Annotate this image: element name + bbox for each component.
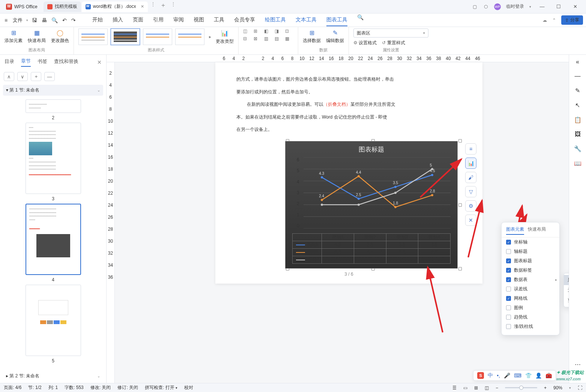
popup-tab-elements[interactable]: 图表元素 (506, 226, 524, 235)
chart-filter-icon[interactable]: ≡ (465, 143, 476, 155)
section-header-1[interactable]: ▾ 第 1 节: 未命名⌄ (3, 85, 103, 96)
clipboard-icon[interactable]: 📋 (574, 116, 581, 123)
section-header-2[interactable]: ▸ 第 2 节: 未命名⌄ (3, 371, 103, 381)
tab-member[interactable]: 会员专享 (234, 14, 255, 26)
status-proof[interactable]: 校对 (184, 384, 193, 391)
status-column[interactable]: 列: 1 (48, 384, 58, 391)
submenu-option[interactable]: 更多选项... (564, 295, 569, 305)
ime-toolbox-icon[interactable]: 🧰 (545, 372, 552, 378)
close-tab-icon[interactable]: ✕ (141, 4, 144, 9)
chart-style-4[interactable] (175, 29, 204, 45)
mini-icon[interactable]: ⊡ (285, 29, 293, 34)
ime-punct-icon[interactable]: •, (497, 372, 500, 378)
checkbox-icon[interactable] (506, 287, 511, 291)
chart-element-option[interactable]: 趋势线 (502, 312, 559, 322)
mini-icon[interactable]: ▤ (275, 36, 283, 41)
view-mode-icon[interactable]: ▭ (463, 385, 467, 390)
mini-icon[interactable]: ▦ (285, 36, 293, 41)
chart-element-option[interactable]: 图例 (502, 303, 559, 312)
image-icon[interactable]: 🖼 (575, 131, 581, 138)
checkbox-icon[interactable] (506, 249, 511, 254)
tab-insert[interactable]: 插入 (113, 14, 123, 26)
reset-style-button[interactable]: ↺ 重置样式 (382, 40, 405, 46)
popup-tab-layout[interactable]: 快速布局 (528, 226, 546, 235)
cursor-icon[interactable]: ↖ (575, 102, 580, 109)
chart-element-option[interactable]: 涨/跌柱线 (502, 322, 559, 331)
embedded-chart[interactable]: 图表标题 6543210 4.32.53.54.52.44.41.82.85 类… (285, 141, 458, 269)
tab-review[interactable]: 审阅 (173, 14, 184, 26)
mini-icon[interactable]: ◨ (275, 29, 283, 34)
cube-icon[interactable]: ⬡ (483, 4, 489, 10)
tab-reference[interactable]: 引用 (153, 14, 164, 26)
tab-menu-icon[interactable]: ⋮ (169, 2, 178, 12)
file-tab-templates[interactable]: 找稻壳模板 (44, 2, 81, 12)
chart-tools-icon[interactable]: ✕ (465, 215, 476, 226)
change-type-button[interactable]: 📊更改类型 (216, 29, 234, 45)
format-button[interactable]: ⚙ 设置格式 (353, 40, 377, 46)
mini-icon[interactable]: ⊞ (254, 29, 262, 34)
chart-elements-icon[interactable]: 📊 (465, 158, 476, 169)
nav-prev-button[interactable]: ∧ (4, 72, 14, 81)
preview-icon[interactable]: 🔍 (51, 17, 58, 23)
style-scroll-icon[interactable]: ▸ (207, 34, 213, 39)
chart-element-option[interactable]: 网格线 (502, 294, 559, 303)
hamburger-icon[interactable]: ≡ (3, 17, 9, 23)
checkbox-icon[interactable] (506, 240, 511, 245)
resize-handle[interactable] (458, 267, 462, 270)
login-label[interactable]: 临时登录 (506, 3, 524, 10)
status-spell[interactable]: 拼写检查: 打开 ▾ (145, 384, 177, 391)
search-icon[interactable]: 🔍 (357, 14, 364, 26)
checkbox-icon[interactable] (506, 305, 511, 310)
chart-settings-icon[interactable]: ⚙ (465, 200, 476, 212)
chart-element-option[interactable]: 误差线 (502, 284, 559, 294)
checkbox-icon[interactable] (506, 296, 511, 301)
page-thumb-5[interactable] (26, 285, 81, 356)
add-tab-button[interactable]: ＋ (158, 2, 168, 12)
status-words[interactable]: 字数: 553 (65, 384, 84, 391)
cloud-icon[interactable]: ☁ (542, 18, 547, 23)
mini-icon[interactable]: ◫ (243, 29, 251, 34)
quick-layout-button[interactable]: ▦快速布局 (28, 29, 46, 44)
nav-tab-toc[interactable]: 目录 (5, 58, 14, 66)
panel-icon[interactable]: ▢ (472, 4, 478, 10)
view-mode-icon[interactable]: ☰ (452, 385, 457, 390)
undo-icon[interactable]: ↶ (62, 17, 67, 23)
chart-object[interactable]: 图表标题 6543210 4.32.53.54.52.44.41.82.85 类… (236, 141, 461, 269)
book-icon[interactable]: 📖 (574, 160, 581, 167)
tab-tools[interactable]: 工具 (214, 14, 224, 26)
share-button[interactable]: ⇪分享 (561, 15, 583, 25)
vertical-ruler[interactable]: 24681012141618202224262830323436 (107, 62, 115, 383)
nav-remove-button[interactable]: — (44, 72, 55, 81)
nav-next-button[interactable]: ∨ (17, 72, 28, 81)
ime-person-icon[interactable]: 👤 (535, 372, 542, 378)
checkbox-icon[interactable] (506, 268, 511, 273)
zoom-slider[interactable] (505, 387, 537, 388)
tab-drawing-tools[interactable]: 绘图工具 (265, 14, 286, 26)
file-menu[interactable]: 文件 (11, 17, 25, 24)
close-window-button[interactable]: ✕ (569, 4, 581, 9)
add-element-button[interactable]: ⊞添加元素 (5, 29, 23, 44)
chart-style-2[interactable] (111, 29, 140, 45)
nav-tab-bookmarks[interactable]: 书签 (38, 58, 47, 66)
zoom-out-icon[interactable]: − (496, 385, 498, 390)
status-section[interactable]: 节: 1/2 (28, 384, 41, 391)
chart-area-select[interactable]: 图表区▾ (353, 29, 428, 38)
collapse-ribbon-icon[interactable]: ⌃ (552, 18, 556, 23)
chart-funnel-icon[interactable]: ▽ (465, 186, 476, 197)
tab-view[interactable]: 视图 (194, 14, 204, 26)
resize-handle[interactable] (458, 139, 462, 143)
minus-icon[interactable]: — (575, 73, 581, 80)
page-thumb-3[interactable]: ━━━━━━━━━━━━━━━━━━━━━━━━━━━━━━━━━━━━━━━━… (26, 123, 81, 194)
close-panel-icon[interactable]: ✕ (97, 59, 102, 65)
mini-icon[interactable]: ▥ (264, 36, 272, 41)
submenu-option[interactable]: 无图例项标示 (564, 285, 569, 295)
chart-style-1[interactable] (78, 29, 108, 45)
zoom-in-icon[interactable]: + (544, 385, 547, 390)
select-data-button[interactable]: ⊞选择数据 (303, 29, 321, 44)
checkbox-icon[interactable] (506, 277, 511, 282)
status-page[interactable]: 页面: 4/6 (4, 384, 21, 391)
nav-tab-find[interactable]: 查找和替换 (54, 58, 78, 66)
horizontal-ruler[interactable]: 6422468101214161820222426283032343638404… (107, 55, 569, 62)
edit-data-button[interactable]: ✎编辑数据 (326, 29, 344, 44)
chart-style-3[interactable] (143, 29, 172, 45)
